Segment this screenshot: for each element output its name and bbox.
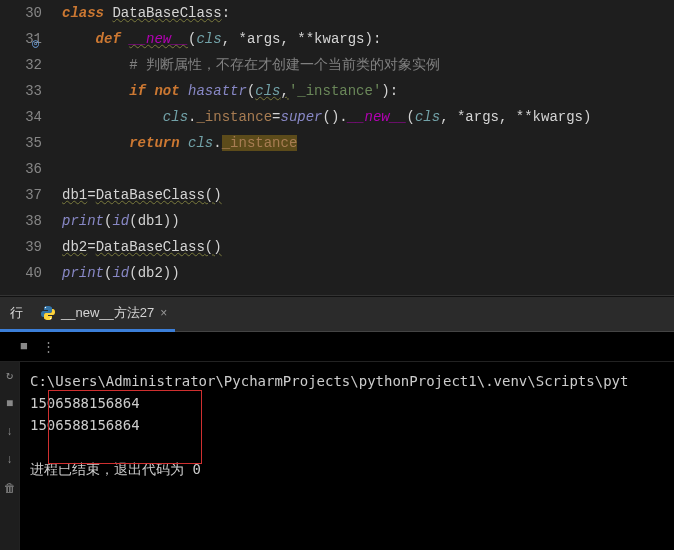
line-number: 33 xyxy=(18,78,42,104)
line-number: 40 xyxy=(18,260,42,286)
line-number: 34 xyxy=(18,104,42,130)
stop-icon[interactable]: ■ xyxy=(6,397,13,411)
line-number: 30 xyxy=(18,0,42,26)
line-number: 32 xyxy=(18,52,42,78)
console-toolbar: ■ ⋮ xyxy=(0,332,674,362)
console-line: 1506588156864 xyxy=(30,414,664,436)
line-number: 36 xyxy=(18,156,42,182)
panel-tab-bar: 行 __new__方法27 × xyxy=(0,296,674,332)
line-number: 38 xyxy=(18,208,42,234)
line-number: 37 xyxy=(18,182,42,208)
target-icon: ◎ xyxy=(32,36,39,51)
download-icon[interactable]: ↓ xyxy=(6,453,13,467)
console-line: 进程已结束，退出代码为 0 xyxy=(30,458,664,480)
code-line[interactable]: if not hasattr(cls,'_instance'): xyxy=(62,78,674,104)
code-line[interactable] xyxy=(62,156,674,182)
svg-point-0 xyxy=(45,306,46,307)
close-icon[interactable]: × xyxy=(160,306,167,320)
code-line[interactable]: # 判断属性，不存在才创建一个当前类的对象实例 xyxy=(62,52,674,78)
code-editor[interactable]: 30 31 32 33 34 35 36 37 38 39 40 ◎ class… xyxy=(0,0,674,296)
scroll-down-icon[interactable]: ↓ xyxy=(6,425,13,439)
left-margin xyxy=(0,0,18,295)
console-side-toolbar: ↻ ■ ↓ ↓ 🗑 xyxy=(0,362,20,550)
restart-icon[interactable]: ↻ xyxy=(6,368,13,383)
code-area[interactable]: class DataBaseClass: def __new__(cls, *a… xyxy=(48,0,674,295)
svg-point-1 xyxy=(50,317,51,318)
run-tab[interactable]: __new__方法27 × xyxy=(33,296,175,332)
line-number: 35 xyxy=(18,130,42,156)
line-number: 39 xyxy=(18,234,42,260)
code-line[interactable]: db1=DataBaseClass() xyxy=(62,182,674,208)
console-line: C:\Users\Administrator\PycharmProjects\p… xyxy=(30,370,664,392)
code-line[interactable]: class DataBaseClass: xyxy=(62,0,674,26)
code-line[interactable]: db2=DataBaseClass() xyxy=(62,234,674,260)
code-line[interactable]: return cls._instance xyxy=(62,130,674,156)
run-tab-label: __new__方法27 xyxy=(61,304,154,322)
stop-icon[interactable]: ■ xyxy=(20,339,28,354)
console-output[interactable]: C:\Users\Administrator\PycharmProjects\p… xyxy=(20,362,674,550)
code-line[interactable]: cls._instance=super().__new__(cls, *args… xyxy=(62,104,674,130)
code-line[interactable]: print(id(db1)) xyxy=(62,208,674,234)
python-file-icon xyxy=(41,306,55,320)
code-line[interactable]: def __new__(cls, *args, **kwargs): xyxy=(62,26,674,52)
run-tool-window-label[interactable]: 行 xyxy=(0,296,33,332)
trash-icon[interactable]: 🗑 xyxy=(4,481,16,496)
console-line: 1506588156864 xyxy=(30,392,664,414)
code-line[interactable]: print(id(db2)) xyxy=(62,260,674,286)
console-line xyxy=(30,436,664,458)
more-icon[interactable]: ⋮ xyxy=(42,339,55,355)
